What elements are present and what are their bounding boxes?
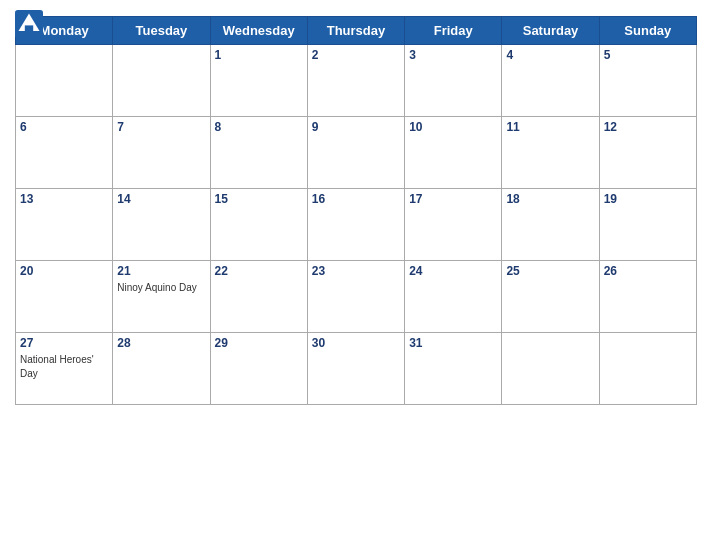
day-number: 29	[215, 336, 303, 350]
calendar-body: 123456789101112131415161718192021Ninoy A…	[16, 45, 697, 405]
calendar-day-cell: 29	[210, 333, 307, 405]
holiday-label: National Heroes' Day	[20, 354, 94, 379]
day-number: 24	[409, 264, 497, 278]
calendar-day-cell: 18	[502, 189, 599, 261]
day-number: 15	[215, 192, 303, 206]
calendar-day-cell: 16	[307, 189, 404, 261]
calendar-day-cell: 13	[16, 189, 113, 261]
calendar-day-cell: 11	[502, 117, 599, 189]
day-number: 28	[117, 336, 205, 350]
calendar-day-cell: 7	[113, 117, 210, 189]
weekday-header-wednesday: Wednesday	[210, 17, 307, 45]
day-number: 13	[20, 192, 108, 206]
day-number: 25	[506, 264, 594, 278]
calendar-day-cell: 25	[502, 261, 599, 333]
day-number: 4	[506, 48, 594, 62]
calendar-day-cell: 15	[210, 189, 307, 261]
day-number: 17	[409, 192, 497, 206]
calendar-week-row: 13141516171819	[16, 189, 697, 261]
calendar-day-cell	[599, 333, 696, 405]
calendar-week-row: 12345	[16, 45, 697, 117]
weekday-header-friday: Friday	[405, 17, 502, 45]
calendar-day-cell: 24	[405, 261, 502, 333]
calendar-day-cell: 1	[210, 45, 307, 117]
calendar-day-cell: 4	[502, 45, 599, 117]
svg-rect-2	[25, 25, 33, 31]
calendar-day-cell: 5	[599, 45, 696, 117]
calendar-day-cell	[16, 45, 113, 117]
day-number: 1	[215, 48, 303, 62]
weekday-header-sunday: Sunday	[599, 17, 696, 45]
calendar-grid: MondayTuesdayWednesdayThursdayFridaySatu…	[15, 16, 697, 405]
weekday-header-saturday: Saturday	[502, 17, 599, 45]
calendar-day-cell: 30	[307, 333, 404, 405]
day-number: 21	[117, 264, 205, 278]
calendar-day-cell: 12	[599, 117, 696, 189]
day-number: 10	[409, 120, 497, 134]
weekday-header-thursday: Thursday	[307, 17, 404, 45]
calendar-day-cell: 23	[307, 261, 404, 333]
day-number: 5	[604, 48, 692, 62]
calendar-day-cell: 27National Heroes' Day	[16, 333, 113, 405]
calendar-day-cell: 19	[599, 189, 696, 261]
calendar-day-cell: 9	[307, 117, 404, 189]
day-number: 31	[409, 336, 497, 350]
day-number: 12	[604, 120, 692, 134]
day-number: 20	[20, 264, 108, 278]
calendar-day-cell: 22	[210, 261, 307, 333]
day-number: 3	[409, 48, 497, 62]
day-number: 6	[20, 120, 108, 134]
calendar-day-cell: 31	[405, 333, 502, 405]
calendar-day-cell: 14	[113, 189, 210, 261]
calendar-day-cell: 10	[405, 117, 502, 189]
calendar-week-row: 2021Ninoy Aquino Day2223242526	[16, 261, 697, 333]
calendar-day-cell: 6	[16, 117, 113, 189]
calendar-day-cell: 21Ninoy Aquino Day	[113, 261, 210, 333]
calendar-day-cell: 17	[405, 189, 502, 261]
calendar-day-cell: 28	[113, 333, 210, 405]
calendar-day-cell: 3	[405, 45, 502, 117]
day-number: 7	[117, 120, 205, 134]
calendar-day-cell: 20	[16, 261, 113, 333]
day-number: 8	[215, 120, 303, 134]
calendar-day-cell	[113, 45, 210, 117]
day-number: 11	[506, 120, 594, 134]
day-number: 23	[312, 264, 400, 278]
generalblue-logo-icon	[15, 10, 43, 38]
calendar-week-row: 6789101112	[16, 117, 697, 189]
day-number: 22	[215, 264, 303, 278]
calendar-day-cell: 26	[599, 261, 696, 333]
day-number: 2	[312, 48, 400, 62]
day-number: 9	[312, 120, 400, 134]
day-number: 30	[312, 336, 400, 350]
calendar-day-cell	[502, 333, 599, 405]
logo-area	[15, 10, 46, 38]
day-number: 18	[506, 192, 594, 206]
calendar-week-row: 27National Heroes' Day28293031	[16, 333, 697, 405]
day-number: 14	[117, 192, 205, 206]
weekday-header-row: MondayTuesdayWednesdayThursdayFridaySatu…	[16, 17, 697, 45]
calendar-day-cell: 8	[210, 117, 307, 189]
weekday-header-tuesday: Tuesday	[113, 17, 210, 45]
day-number: 16	[312, 192, 400, 206]
calendar-container: MondayTuesdayWednesdayThursdayFridaySatu…	[0, 0, 712, 550]
holiday-label: Ninoy Aquino Day	[117, 282, 197, 293]
day-number: 26	[604, 264, 692, 278]
day-number: 27	[20, 336, 108, 350]
calendar-thead: MondayTuesdayWednesdayThursdayFridaySatu…	[16, 17, 697, 45]
day-number: 19	[604, 192, 692, 206]
calendar-day-cell: 2	[307, 45, 404, 117]
